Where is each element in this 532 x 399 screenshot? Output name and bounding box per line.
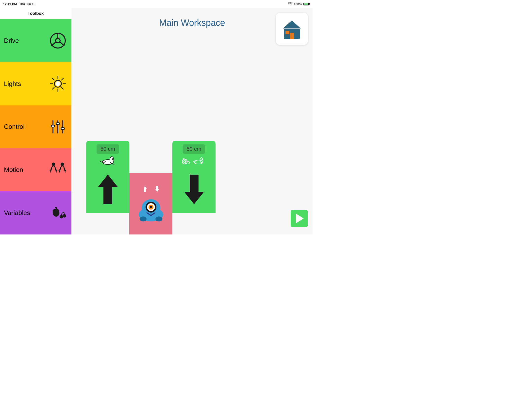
status-time: 12:49 PM (3, 2, 17, 6)
forward-block-top: 50 cm (86, 141, 129, 168)
svg-rect-18 (56, 123, 60, 125)
backward-arrow (172, 168, 216, 213)
backward-distance: 50 cm (183, 144, 205, 154)
svg-point-31 (112, 158, 114, 160)
svg-point-42 (150, 206, 152, 208)
play-button[interactable] (291, 210, 308, 227)
sidebar-item-variables[interactable]: Variables (0, 191, 71, 234)
drive-label: Drive (4, 37, 19, 45)
blocks-area: 50 cm (71, 141, 283, 234)
toolbox-header: Toolbox (0, 8, 71, 19)
svg-point-29 (110, 157, 114, 164)
sidebar-item-control[interactable]: Control (0, 105, 71, 149)
backward-block-top: 50 cm (172, 141, 216, 168)
svg-line-11 (62, 87, 63, 89)
forward-distance: 50 cm (97, 144, 119, 154)
steering-wheel-icon (47, 30, 69, 52)
svg-line-10 (52, 78, 54, 80)
sidebar-item-lights[interactable]: Lights (0, 62, 71, 105)
sun-icon (47, 73, 69, 95)
home-button[interactable] (276, 13, 308, 45)
control-label: Control (4, 123, 25, 131)
wifi-icon (288, 2, 292, 6)
svg-rect-35 (156, 186, 158, 189)
svg-rect-26 (290, 33, 294, 39)
svg-line-12 (62, 78, 63, 80)
sidebar: Drive Lights (0, 19, 71, 234)
lights-label: Lights (4, 80, 21, 88)
block-robot (129, 173, 172, 234)
status-right: 100% (288, 2, 310, 6)
main-workspace: Main Workspace 50 cm (71, 8, 313, 234)
svg-point-53 (202, 159, 203, 160)
svg-point-24 (63, 214, 66, 217)
svg-rect-34 (144, 189, 146, 192)
svg-rect-20 (61, 128, 65, 130)
svg-line-3 (51, 42, 56, 46)
variables-label: Variables (4, 209, 30, 217)
battery-percentage: 100% (294, 2, 302, 6)
toolbox-title: Toolbox (28, 11, 44, 16)
block-backward[interactable]: 50 cm (172, 141, 216, 213)
motion-figures-icon (47, 159, 69, 181)
svg-point-44 (155, 216, 162, 221)
sidebar-item-motion[interactable]: Motion (0, 148, 71, 191)
play-triangle-icon (296, 214, 304, 223)
svg-point-1 (56, 38, 60, 43)
svg-marker-32 (98, 175, 118, 204)
svg-rect-27 (285, 31, 289, 34)
status-bar: 12:49 PM Thu Jun 15 100% (0, 0, 313, 8)
battery-icon (303, 3, 310, 5)
svg-marker-54 (184, 175, 204, 204)
svg-marker-36 (155, 189, 159, 192)
sliders-icon (47, 116, 69, 138)
svg-point-43 (140, 216, 147, 221)
fruit-icon (47, 202, 69, 224)
svg-marker-33 (144, 186, 147, 189)
svg-point-23 (60, 215, 63, 218)
svg-point-14 (55, 81, 60, 86)
forward-arrow (86, 168, 129, 213)
block-forward[interactable]: 50 cm (86, 141, 129, 213)
motion-label: Motion (4, 166, 23, 174)
svg-line-48 (183, 158, 184, 159)
status-date: Thu Jun 15 (19, 2, 35, 6)
svg-line-13 (52, 87, 54, 89)
svg-line-4 (60, 42, 64, 46)
svg-rect-16 (51, 125, 55, 127)
sidebar-item-drive[interactable]: Drive (0, 19, 71, 62)
